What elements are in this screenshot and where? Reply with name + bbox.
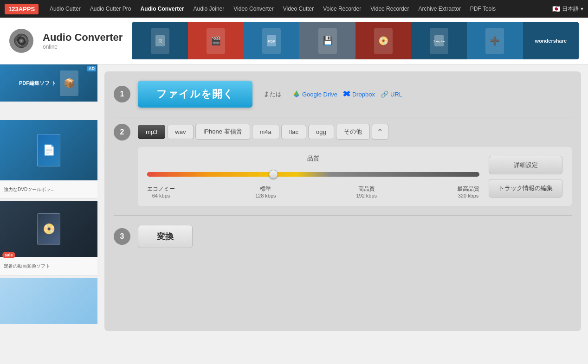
quality-slider-container <box>147 167 479 181</box>
nav-video-converter[interactable]: Video Converter <box>230 4 278 14</box>
advanced-settings-button[interactable]: 詳細設定 <box>489 156 562 174</box>
language-selector[interactable]: 🇯🇵 日本語 ▾ <box>552 5 583 13</box>
or-text: または <box>264 90 282 98</box>
sidebar-ad-2-label: 強力なDVDツールボッ... <box>0 180 97 199</box>
svg-text:スーパー: スーパー <box>433 40 445 43</box>
google-drive-label: Google Drive <box>302 91 337 98</box>
format-tab-mp3[interactable]: mp3 <box>138 125 165 139</box>
url-link[interactable]: 🔗 URL <box>381 90 402 98</box>
lang-label: 日本語 <box>562 5 579 13</box>
ad-product-icon-4: 💾 <box>318 28 337 54</box>
sidebar-ad-3-label: 定番の動画変換ソフト <box>0 257 97 275</box>
quality-markers: エコノミー 64 kbps 標準 128 kbps 高品質 192 kbps <box>147 185 479 198</box>
format-tab-other[interactable]: その他 <box>336 124 370 140</box>
nav-links: Audio Cutter Audio Cutter Pro Audio Conv… <box>46 4 552 14</box>
app-icon <box>9 29 33 53</box>
quality-slider-thumb[interactable] <box>269 170 278 179</box>
dropbox-label: Dropbox <box>352 91 375 98</box>
sidebar-ad-2-box: 📄 <box>37 134 60 166</box>
svg-marker-12 <box>294 96 299 97</box>
ad-product-icon-7: ➕ <box>485 28 504 54</box>
nav-pdf-tools[interactable]: PDF Tools <box>466 4 499 14</box>
nav-audio-cutter[interactable]: Audio Cutter <box>46 4 84 14</box>
sidebar-ad-1-box: 📦 <box>60 70 78 96</box>
ad-product-icon-6: スーパー <box>430 28 448 54</box>
quality-marker-standard: 標準 128 kbps <box>255 185 276 198</box>
header-advertisement[interactable]: R 🎬 PDF 💾 📀 スーパー <box>132 22 579 59</box>
url-label: URL <box>390 91 402 98</box>
step2-content: mp3 wav iPhone 着信音 m4a flac ogg その他 ⌃ 品質 <box>138 124 572 206</box>
format-tab-iphone[interactable]: iPhone 着信音 <box>195 124 250 140</box>
svg-text:PDF: PDF <box>268 39 275 44</box>
track-info-button[interactable]: トラック情報の編集 <box>489 179 562 198</box>
sidebar-ad-1-image: AD PDF編集ソフ ト 📦 <box>0 64 97 102</box>
sidebar-ad-2[interactable]: 📄 強力なDVDツールボッ... <box>0 120 97 201</box>
nav-video-cutter[interactable]: Video Cutter <box>279 4 318 14</box>
svg-text:R: R <box>158 38 162 44</box>
step1-number: 1 <box>114 86 130 102</box>
cloud-links: Google Drive Dropbox 🔗 URL <box>293 90 402 99</box>
format-tab-flac[interactable]: flac <box>281 125 306 139</box>
open-file-button[interactable]: ファイルを開く <box>138 81 252 108</box>
nav-archive-extractor[interactable]: Archive Extractor <box>414 4 464 14</box>
ad-segment-6: スーパー <box>411 22 467 59</box>
sidebar-ad-4[interactable] <box>0 278 97 324</box>
google-drive-link[interactable]: Google Drive <box>293 90 337 99</box>
quality-marker-best: 最高品質 320 kbps <box>457 185 479 198</box>
high-kbps: 192 kbps <box>356 193 377 198</box>
quality-marker-economy: エコノミー 64 kbps <box>147 185 175 198</box>
sidebar-ad-3-image: 📀 <box>0 201 97 257</box>
ad-product-icon-3: PDF <box>262 28 281 54</box>
ad-brand: wondershare <box>535 38 567 44</box>
sidebar-ad-3[interactable]: 📀 定番の動画変換ソフト sale <box>0 201 97 278</box>
format-tabs: mp3 wav iPhone 着信音 m4a flac ogg その他 ⌃ <box>138 124 572 140</box>
dropbox-link[interactable]: Dropbox <box>343 90 375 99</box>
sidebar-ad-1[interactable]: AD PDF編集ソフ ト 📦 <box>0 64 97 120</box>
step2-separator <box>114 215 572 216</box>
nav-audio-converter[interactable]: Audio Converter <box>137 4 188 14</box>
quality-left: 品質 エコノミー 64 kbps <box>147 154 479 198</box>
link-icon: 🔗 <box>381 90 388 98</box>
ad-segment-4: 💾 <box>299 22 355 59</box>
step1-row: 1 ファイルを開く または Google Drive <box>114 81 572 108</box>
economy-kbps: 64 kbps <box>147 193 175 198</box>
quality-right: 詳細設定 トラック情報の編集 <box>489 156 562 198</box>
ad-segment-3: PDF <box>244 22 299 59</box>
nav-audio-cutter-pro[interactable]: Audio Cutter Pro <box>86 4 135 14</box>
nav-video-recorder[interactable]: Video Recorder <box>367 4 413 14</box>
ad-product-icon-1: R <box>151 28 169 54</box>
google-drive-icon <box>293 90 300 99</box>
ad-segment-7: ➕ <box>467 22 523 59</box>
dropbox-icon <box>343 90 350 99</box>
app-title: Audio Converter <box>43 32 123 44</box>
app-subtitle: online <box>43 44 123 50</box>
convert-button[interactable]: 変換 <box>138 225 193 248</box>
step2-number: 2 <box>114 124 130 140</box>
sidebar-ad-3-text: 定番の動画変換ソフト <box>4 263 50 269</box>
step1-separator <box>114 117 572 117</box>
logo-button[interactable]: 123APPS <box>5 4 39 14</box>
sidebar-ad-2-text: 強力なDVDツールボッ... <box>4 186 54 193</box>
quality-marker-high: 高品質 192 kbps <box>356 185 377 198</box>
quality-section: 品質 エコノミー 64 kbps <box>138 147 572 206</box>
slider-fill <box>147 172 273 177</box>
format-tab-wav[interactable]: wav <box>167 125 194 139</box>
ad-segment-2: 🎬 <box>188 22 244 59</box>
sidebar-ad-1-top-text: PDF編集ソフ ト <box>19 80 56 87</box>
chevron-down-icon: ▾ <box>581 6 583 12</box>
svg-point-3 <box>20 40 22 42</box>
main-content: 1 ファイルを開く または Google Drive <box>97 64 588 364</box>
sidebar-ad-3-box: 📀 <box>37 213 60 245</box>
format-tab-m4a[interactable]: m4a <box>252 125 279 139</box>
page-header: Audio Converter online R 🎬 PDF 💾 📀 <box>0 18 588 64</box>
high-label: 高品質 <box>356 185 377 193</box>
format-more-button[interactable]: ⌃ <box>372 124 388 140</box>
flag-icon: 🇯🇵 <box>552 5 560 13</box>
ad-segment-5: 📀 <box>355 22 411 59</box>
format-tab-ogg[interactable]: ogg <box>308 125 334 139</box>
nav-audio-joiner[interactable]: Audio Joiner <box>190 4 228 14</box>
quality-label: 品質 <box>147 154 479 163</box>
standard-kbps: 128 kbps <box>255 193 276 198</box>
economy-label: エコノミー <box>147 185 175 193</box>
nav-voice-recorder[interactable]: Voice Recorder <box>319 4 365 14</box>
